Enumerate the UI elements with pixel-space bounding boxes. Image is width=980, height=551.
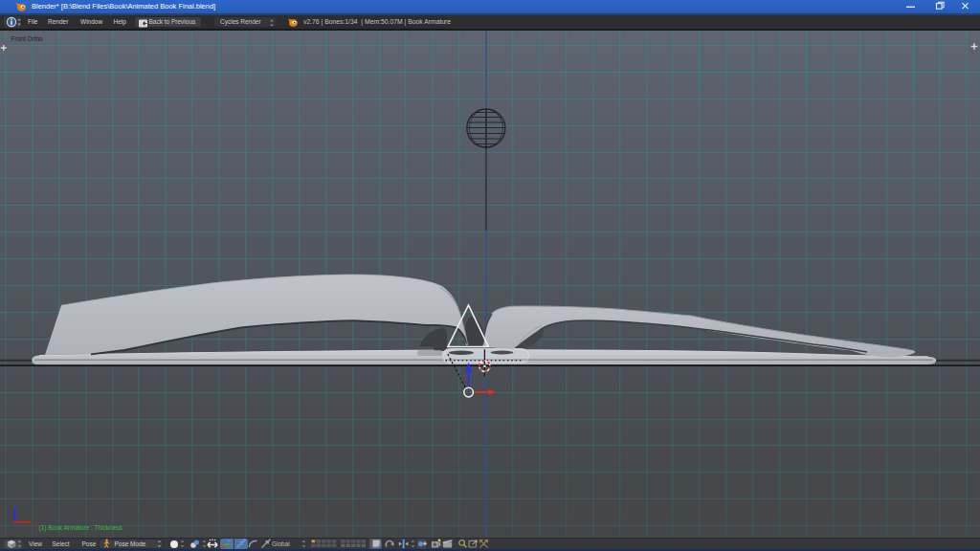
svg-text:z: z bbox=[14, 501, 18, 510]
